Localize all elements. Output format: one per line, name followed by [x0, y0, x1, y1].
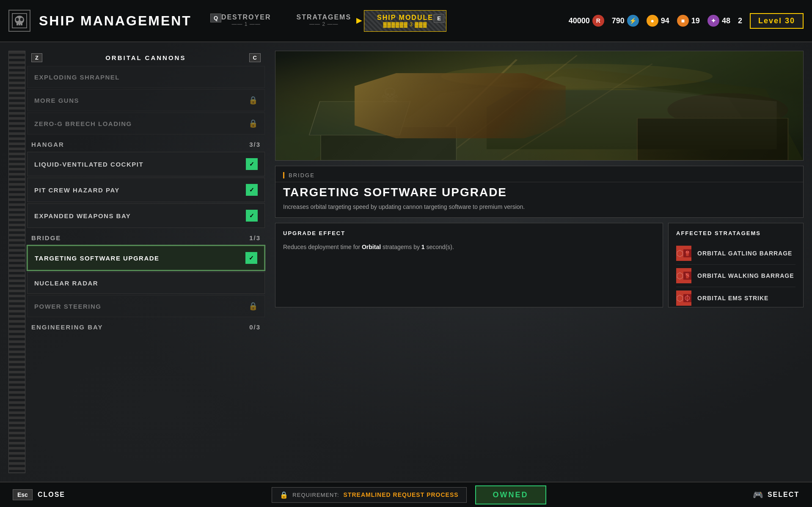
- svg-point-31: [686, 297, 688, 299]
- footer-actions: 🔒 REQUIREMENT: STREAMLINED REQUEST PROCE…: [272, 485, 546, 504]
- item-label-targeting-sw: TARGETING SOFTWARE UPGRADE: [35, 255, 160, 262]
- req-amount: 40000: [569, 16, 590, 25]
- details-row: UPGRADE EFFECT Reduces deployment time f…: [275, 223, 804, 307]
- list-item-more-guns[interactable]: MORE GUNS 🔒: [27, 89, 265, 111]
- tab-destroyer-num: —— 1 ——: [231, 21, 260, 27]
- svg-rect-27: [686, 276, 688, 278]
- purple-amount: 48: [722, 16, 730, 25]
- upgrade-effect-title: UPGRADE EFFECT: [283, 230, 655, 236]
- svg-point-20: [686, 251, 689, 254]
- resource-orange: ■ 19: [677, 15, 700, 27]
- select-hint: 🎮 SELECT: [753, 490, 799, 500]
- list-item-targeting-sw[interactable]: TARGETING SOFTWARE UPGRADE ✓: [27, 245, 265, 271]
- c-key[interactable]: C: [249, 53, 261, 62]
- item-label-nuclear-radar: NUCLEAR RADAR: [34, 280, 98, 287]
- item-label-pit-crew: PIT CREW HAZARD PAY: [34, 186, 120, 194]
- bolts-amount: 790: [612, 16, 625, 25]
- list-panel: Z ORBITAL CANNONS C EXPLODING SHRAPNEL M…: [25, 51, 267, 473]
- effect-text: Reduces deployment time for Orbital stra…: [283, 242, 655, 252]
- tab-stratagems-num: —— 2 ——: [309, 21, 338, 27]
- item-label-zero-g: ZERO-G BREECH LOADING: [34, 120, 132, 127]
- item-description: Increases orbital targeting speed by upd…: [275, 201, 803, 217]
- effect-text-bold: Orbital: [362, 244, 381, 250]
- svg-rect-15: [309, 101, 410, 135]
- close-label: CLOSE: [38, 491, 65, 499]
- svg-rect-17: [637, 118, 788, 160]
- list-item-pit-crew[interactable]: PIT CREW HAZARD PAY ✓: [27, 178, 265, 202]
- resource-small: 2: [738, 16, 742, 25]
- tab-stratagems[interactable]: STRATAGEMS —— 2 —— ▶: [284, 10, 364, 32]
- tab-stratagems-label: STRATAGEMS: [296, 14, 351, 21]
- purple-icon: ✦: [707, 15, 719, 27]
- main-content: Z ORBITAL CANNONS C EXPLODING SHRAPNEL M…: [0, 42, 812, 482]
- stratagem-icon-walking: [676, 268, 691, 283]
- item-title: TARGETING SOFTWARE UPGRADE: [275, 182, 803, 201]
- stratagem-label-ems: ORBITAL EMS STRIKE: [697, 295, 768, 301]
- left-panel: Z ORBITAL CANNONS C EXPLODING SHRAPNEL M…: [8, 51, 267, 473]
- section-header-hangar: HANGAR 3/3: [25, 136, 267, 151]
- engineering-count: 0/3: [249, 323, 261, 331]
- topbar: SHIP MANAGEMENT Q DESTROYER —— 1 —— STRA…: [0, 0, 812, 42]
- skull-watermark: ☠: [381, 84, 399, 107]
- resources-bar: 40000 R 790 ⚡ ● 94 ■ 19 ✦ 48 2 Level: [569, 13, 804, 29]
- effect-text-units: second(s).: [427, 244, 454, 250]
- select-controller-icon: 🎮: [753, 490, 763, 500]
- effect-text-before: Reduces deployment time for: [283, 244, 362, 250]
- info-header: BRIDGE: [275, 166, 803, 182]
- effect-text-after: stratagems by: [383, 244, 421, 250]
- svg-point-24: [687, 252, 688, 253]
- esc-key[interactable]: Esc: [13, 489, 33, 500]
- info-section: BRIDGE TARGETING SOFTWARE UPGRADE Increa…: [275, 166, 804, 218]
- tab-ship-module-label: SHIP MODULE: [377, 14, 433, 22]
- engineering-title: ENGINEERING BAY: [31, 323, 103, 331]
- svg-rect-7: [17, 22, 22, 24]
- item-label-expanded-weapons: EXPANDED WEAPONS BAY: [34, 212, 131, 219]
- list-item-exploding-shrapnel[interactable]: EXPLODING SHRAPNEL: [27, 66, 265, 88]
- affected-stratagems-box: AFFECTED STRATAGEMS: [668, 223, 804, 307]
- skull-icon: [8, 10, 30, 32]
- list-item-expanded-weapons[interactable]: EXPANDED WEAPONS BAY ✓: [27, 203, 265, 228]
- check-icon-pit-crew: ✓: [246, 184, 258, 196]
- check-icon-expanded-weapons: ✓: [246, 210, 258, 222]
- upgrade-effect-box: UPGRADE EFFECT Reduces deployment time f…: [275, 223, 663, 307]
- req-link[interactable]: STREAMLINED REQUEST PROCESS: [344, 491, 459, 498]
- tabs: Q DESTROYER —— 1 —— STRATAGEMS —— 2 —— ▶…: [209, 10, 560, 32]
- svg-point-2: [16, 18, 19, 21]
- category-title: ORBITAL CANNONS: [46, 54, 246, 61]
- list-item-power-steering[interactable]: POWER STEERING 🔒: [27, 295, 265, 317]
- bottom-bar: Esc CLOSE 🔒 REQUIREMENT: STREAMLINED REQ…: [0, 482, 812, 507]
- orange-amount: 19: [691, 16, 700, 25]
- item-label-liquid-cockpit: LIQUID-VENTILATED COCKPIT: [34, 161, 143, 168]
- yellow-amount: 94: [661, 16, 669, 25]
- tab-ship-module-num: ▓▓▓▓▓▓ 3 ▓▓▓: [383, 22, 427, 27]
- tab-destroyer[interactable]: Q DESTROYER —— 1 ——: [209, 10, 284, 32]
- stratagem-item-gatling: ORBITAL GATLING BARRAGE: [676, 242, 795, 265]
- stratagem-label-walking: ORBITAL WALKING BARRAGE: [697, 272, 794, 279]
- z-key[interactable]: Z: [31, 53, 42, 62]
- req-lock-icon: 🔒: [280, 491, 288, 499]
- select-label: SELECT: [768, 491, 799, 499]
- tab-ship-module[interactable]: SHIP MODULE ▓▓▓▓▓▓ 3 ▓▓▓ E: [364, 10, 446, 32]
- list-item-liquid-cockpit[interactable]: LIQUID-VENTILATED COCKPIT ✓: [27, 152, 265, 176]
- lock-icon-more-guns: 🔒: [248, 96, 258, 105]
- svg-rect-21: [686, 254, 688, 256]
- q-key: Q: [210, 14, 221, 22]
- section-header-bridge: BRIDGE 1/3: [25, 229, 267, 244]
- list-item-zero-g[interactable]: ZERO-G BREECH LOADING 🔒: [27, 112, 265, 134]
- svg-point-3: [20, 18, 23, 21]
- list-item-nuclear-radar[interactable]: NUCLEAR RADAR: [27, 272, 265, 294]
- check-icon-liquid-cockpit: ✓: [246, 158, 258, 170]
- hangar-count: 3/3: [249, 141, 261, 148]
- stratagem-icon-gatling: [676, 246, 691, 261]
- preview-image: ☠: [275, 51, 804, 161]
- owned-button[interactable]: OWNED: [475, 485, 546, 504]
- page: SHIP MANAGEMENT Q DESTROYER —— 1 —— STRA…: [0, 0, 812, 507]
- item-label-exploding-shrapnel: EXPLODING SHRAPNEL: [34, 74, 120, 81]
- level-badge: Level 30: [750, 13, 804, 29]
- resource-req: 40000 R: [569, 15, 604, 27]
- stratagem-icon-ems: [676, 290, 691, 306]
- resource-bolts: 790 ⚡: [612, 15, 639, 27]
- bridge-title: BRIDGE: [31, 234, 61, 241]
- category-label: BRIDGE: [283, 172, 315, 178]
- orange-icon: ■: [677, 15, 689, 27]
